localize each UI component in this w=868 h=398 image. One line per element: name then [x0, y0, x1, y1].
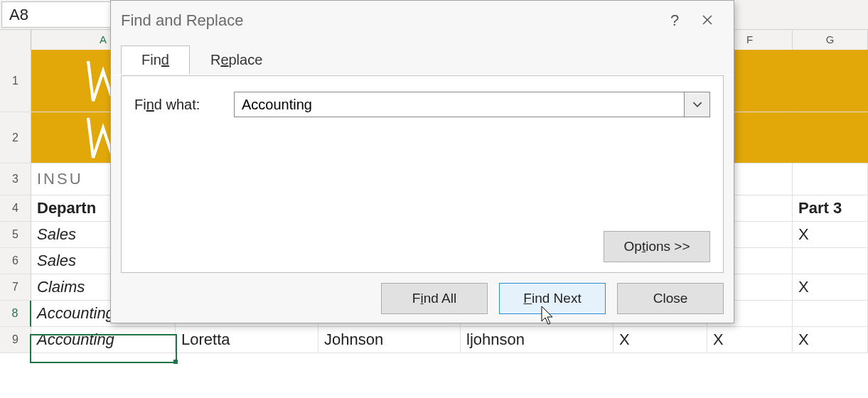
row-header-9[interactable]: 9: [0, 327, 31, 353]
cell-g9[interactable]: X: [793, 327, 868, 353]
tab-find-label: Fin: [141, 52, 161, 68]
help-button[interactable]: ?: [658, 4, 691, 37]
row-header-5[interactable]: 5: [0, 222, 31, 248]
dialog-title: Find and Replace: [121, 11, 243, 30]
cell-g5[interactable]: X: [793, 222, 868, 248]
find-next-button[interactable]: Find Next: [499, 283, 606, 314]
cell-e9[interactable]: X: [614, 327, 707, 353]
find-and-replace-dialog: Find and Replace ? Find Replace Find wha…: [110, 0, 734, 323]
row-header-1[interactable]: 1: [0, 50, 31, 112]
chevron-down-icon: [692, 100, 702, 109]
tab-replace[interactable]: Replace: [190, 45, 283, 75]
help-icon: ?: [670, 11, 679, 30]
select-all-corner[interactable]: [0, 30, 31, 51]
cell-g6[interactable]: [793, 248, 868, 274]
row-header-2[interactable]: 2: [0, 112, 31, 163]
row-header-3[interactable]: 3: [0, 163, 31, 195]
cell-g1[interactable]: [793, 50, 868, 112]
row-header-7[interactable]: 7: [0, 274, 31, 301]
close-button[interactable]: [691, 4, 724, 37]
find-all-button[interactable]: Find All: [381, 283, 488, 314]
close-dialog-button[interactable]: Close: [617, 283, 724, 314]
find-what-dropdown[interactable]: [685, 92, 710, 117]
close-icon: [702, 11, 713, 30]
find-what-label: Find what:: [134, 97, 220, 113]
cell-d9[interactable]: ljohnson: [461, 327, 614, 353]
cell-f9[interactable]: X: [707, 327, 793, 353]
fill-handle[interactable]: [173, 360, 178, 364]
tab-find[interactable]: Find: [121, 45, 190, 75]
cell-g2[interactable]: [793, 112, 868, 163]
tab-replace-label: R: [210, 52, 220, 68]
cell-g7[interactable]: X: [793, 274, 868, 301]
row-header-8[interactable]: 8: [0, 301, 31, 327]
cell-c9[interactable]: Johnson: [318, 327, 461, 353]
cell-b9[interactable]: Loretta: [176, 327, 318, 353]
row-header-4[interactable]: 4: [0, 195, 31, 222]
cell-g3[interactable]: [793, 163, 868, 195]
col-header-g[interactable]: G: [793, 30, 868, 51]
find-panel: Find what: Options >>: [121, 75, 724, 273]
row-header-6[interactable]: 6: [0, 248, 31, 274]
cell-a9[interactable]: Accounting: [31, 327, 176, 353]
cell-g4[interactable]: Part 3: [793, 195, 868, 222]
options-button[interactable]: Options >>: [604, 231, 710, 262]
find-what-input[interactable]: [234, 92, 685, 117]
cell-g8[interactable]: [793, 301, 868, 327]
